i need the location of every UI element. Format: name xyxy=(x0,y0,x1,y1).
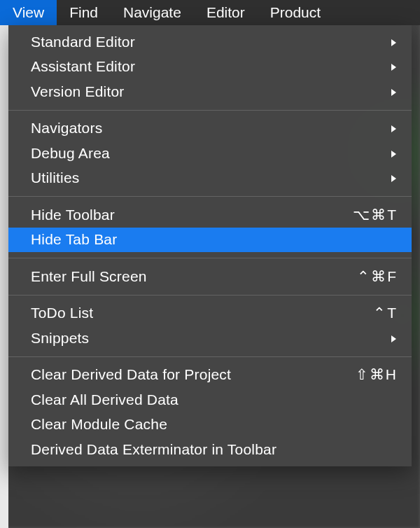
menu-item-label: ToDo List xyxy=(31,305,342,321)
menu-item-label: Derived Data Exterminator in Toolbar xyxy=(31,441,398,458)
menu-item-shortcut: ⇧⌘H xyxy=(342,366,398,383)
submenu-arrow-icon xyxy=(384,83,398,100)
menu-separator xyxy=(8,110,412,111)
menu-item-derived-data-exterminator-toolbar[interactable]: Derived Data Exterminator in Toolbar xyxy=(8,437,412,462)
menubar-item-find[interactable]: Find xyxy=(57,0,111,25)
menu-item-label: Clear All Derived Data xyxy=(31,391,398,408)
menu-item-label: Enter Full Screen xyxy=(31,268,342,285)
menu-separator xyxy=(8,295,412,296)
menu-item-assistant-editor[interactable]: Assistant Editor xyxy=(8,55,412,80)
menubar-item-editor[interactable]: Editor xyxy=(194,0,258,25)
menu-item-enter-full-screen[interactable]: Enter Full Screen⌃⌘F xyxy=(8,264,412,289)
menubar-item-view[interactable]: View xyxy=(0,0,57,25)
menu-item-clear-derived-data-project[interactable]: Clear Derived Data for Project⇧⌘H xyxy=(8,363,412,388)
view-menu-dropdown: Standard EditorAssistant EditorVersion E… xyxy=(8,25,412,466)
menu-item-label: Hide Toolbar xyxy=(31,207,342,223)
menu-separator xyxy=(8,258,412,258)
menubar-item-navigate[interactable]: Navigate xyxy=(111,0,194,25)
menu-item-label: Version Editor xyxy=(31,83,384,100)
menu-item-label: Navigators xyxy=(31,120,384,137)
menu-item-label: Utilities xyxy=(31,169,384,186)
menu-item-version-editor[interactable]: Version Editor xyxy=(8,79,412,104)
menu-separator xyxy=(8,356,412,357)
menu-item-clear-all-derived-data[interactable]: Clear All Derived Data xyxy=(8,387,412,412)
menu-item-label: Debug Area xyxy=(31,145,384,162)
menu-item-snippets[interactable]: Snippets xyxy=(8,326,412,351)
menu-item-debug-area[interactable]: Debug Area xyxy=(8,141,412,166)
menu-item-label: Hide Tab Bar xyxy=(31,231,398,248)
submenu-arrow-icon xyxy=(384,145,398,162)
menu-item-utilities[interactable]: Utilities xyxy=(8,166,412,191)
submenu-arrow-icon xyxy=(384,58,398,75)
menu-item-label: Assistant Editor xyxy=(31,58,384,75)
menu-item-shortcut: ⌃T xyxy=(342,305,398,321)
menu-item-hide-tab-bar[interactable]: Hide Tab Bar xyxy=(8,228,412,253)
menu-item-label: Clear Module Cache xyxy=(31,416,398,433)
submenu-arrow-icon xyxy=(384,169,398,186)
menu-separator xyxy=(8,196,412,197)
menubar: View Find Navigate Editor Product xyxy=(0,0,420,25)
menubar-item-product[interactable]: Product xyxy=(258,0,333,25)
menu-item-shortcut: ⌃⌘F xyxy=(342,268,398,285)
menu-item-navigators[interactable]: Navigators xyxy=(8,116,412,141)
submenu-arrow-icon xyxy=(384,330,398,347)
menu-item-hide-toolbar[interactable]: Hide Toolbar⌥⌘T xyxy=(8,202,412,228)
menu-item-label: Snippets xyxy=(31,330,384,347)
menu-item-standard-editor[interactable]: Standard Editor xyxy=(8,29,412,55)
menu-item-clear-module-cache[interactable]: Clear Module Cache xyxy=(8,412,412,438)
background-left-strip xyxy=(0,25,8,528)
menu-item-label: Standard Editor xyxy=(31,34,384,50)
submenu-arrow-icon xyxy=(384,120,398,137)
menu-item-label: Clear Derived Data for Project xyxy=(31,366,342,383)
menu-item-todo-list[interactable]: ToDo List⌃T xyxy=(8,301,412,326)
submenu-arrow-icon xyxy=(384,34,398,50)
menu-item-shortcut: ⌥⌘T xyxy=(342,207,398,223)
